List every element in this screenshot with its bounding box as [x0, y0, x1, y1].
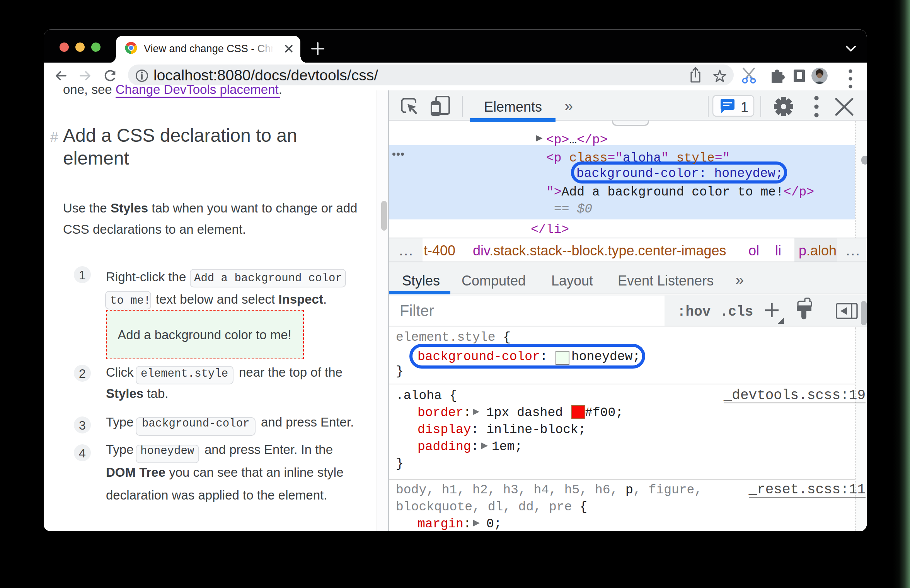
- svg-text:background-color: background-color: [142, 417, 249, 430]
- svg-text:== $0: == $0: [554, 202, 592, 216]
- svg-text:Event Listeners: Event Listeners: [618, 273, 714, 289]
- svg-text:t-400: t-400: [424, 243, 455, 258]
- svg-text:…: …: [845, 241, 861, 258]
- svg-text:.aloha {: .aloha {: [396, 389, 457, 403]
- svg-text:.cls: .cls: [720, 304, 753, 320]
- svg-text:1px dashed: 1px dashed: [486, 406, 563, 420]
- svg-text:#f00;: #f00;: [585, 406, 623, 420]
- svg-text:display: inline-block;: display: inline-block;: [418, 423, 586, 437]
- svg-text:p.aloh: p.aloh: [799, 243, 837, 258]
- svg-text:Elements: Elements: [484, 99, 542, 115]
- svg-text:}: }: [396, 364, 404, 379]
- svg-text:Layout: Layout: [551, 273, 593, 289]
- svg-text:Add a background color: Add a background color: [194, 272, 342, 285]
- svg-text:1: 1: [741, 99, 748, 115]
- svg-text:Click: Click: [106, 365, 134, 379]
- svg-text:one, see Change DevTools place: one, see Change DevTools placement.: [63, 82, 282, 97]
- svg-text:Filter: Filter: [400, 302, 434, 319]
- svg-text:}: }: [396, 534, 404, 548]
- svg-text:_devtools.scss:19: _devtools.scss:19: [723, 387, 866, 403]
- svg-text:honeydew: honeydew: [140, 445, 194, 457]
- svg-text:»: »: [735, 271, 744, 288]
- svg-text:1em;: 1em;: [492, 440, 522, 454]
- svg-text:<p>…</p>: <p>…</p>: [546, 133, 607, 147]
- svg-text:Add a background color to me!: Add a background color to me!: [118, 328, 291, 342]
- svg-text:}: }: [396, 457, 404, 471]
- svg-text:0;: 0;: [486, 517, 502, 531]
- svg-text:blockquote, dl, dd, pre {: blockquote, dl, dd, pre {: [396, 500, 587, 514]
- svg-text:Add a CSS declaration to an: Add a CSS declaration to an: [63, 125, 297, 146]
- svg-text:#: #: [50, 129, 58, 145]
- svg-text:3: 3: [79, 418, 86, 432]
- svg-text:»: »: [564, 97, 573, 114]
- svg-text:1: 1: [79, 268, 86, 282]
- svg-text:background-color: honeydew;: background-color: honeydew;: [576, 167, 783, 181]
- svg-text:near the top of the: near the top of the: [239, 365, 343, 379]
- svg-text:…: …: [398, 241, 414, 258]
- svg-text:_reset.scss:11: _reset.scss:11: [748, 482, 866, 498]
- svg-text:localhost:8080/docs/devtools/c: localhost:8080/docs/devtools/css/: [153, 67, 378, 83]
- svg-text:2: 2: [79, 367, 86, 381]
- svg-text:Styles: Styles: [402, 273, 440, 289]
- svg-text:Computed: Computed: [462, 273, 526, 289]
- svg-text:CSS declarations to an element: CSS declarations to an element.: [63, 222, 246, 236]
- svg-text:Type: Type: [106, 442, 134, 457]
- svg-text:background-color:: background-color:: [418, 350, 548, 364]
- svg-text:li: li: [775, 243, 781, 258]
- svg-text:">Add a background color to me: ">Add a background color to me!</p>: [546, 185, 814, 199]
- svg-text:honeydew;: honeydew;: [571, 350, 640, 364]
- svg-text:margin:: margin:: [418, 517, 471, 531]
- svg-text:Right-click the: Right-click the: [106, 270, 186, 284]
- svg-text:declaration was applied to the: declaration was applied to the element.: [106, 488, 327, 502]
- svg-text:element.style: element.style: [141, 367, 228, 380]
- svg-text::hov: :hov: [677, 304, 711, 320]
- svg-text:border:: border:: [418, 406, 471, 420]
- svg-text:Use the Styles tab when you wa: Use the Styles tab when you want to chan…: [63, 201, 357, 215]
- svg-text:<p class="aloha" style=": <p class="aloha" style=": [546, 151, 730, 165]
- svg-text:element: element: [63, 148, 129, 168]
- svg-text:</li>: </li>: [531, 223, 569, 237]
- svg-text:div.stack.stack--block.type.ce: div.stack.stack--block.type.center-image…: [473, 243, 726, 258]
- svg-text:and press Enter. In the: and press Enter. In the: [204, 442, 333, 457]
- svg-text:and press Enter.: and press Enter.: [261, 415, 354, 429]
- svg-text:to me!: to me!: [110, 294, 150, 307]
- svg-text:padding:: padding:: [418, 440, 479, 454]
- svg-text:ol: ol: [748, 243, 759, 258]
- svg-text:4: 4: [79, 446, 86, 460]
- svg-text:element.style {: element.style {: [396, 330, 511, 345]
- svg-text:Type: Type: [106, 415, 134, 429]
- svg-text:Styles tab.: Styles tab.: [106, 386, 168, 401]
- svg-text:DOM Tree you can see that an i: DOM Tree you can see that an inline styl…: [106, 465, 344, 479]
- svg-text:View and change CSS - Chrome -: View and change CSS - Chrome - Goog: [144, 43, 329, 54]
- svg-text:text below and select Inspect.: text below and select Inspect.: [156, 292, 327, 306]
- svg-text:body, h1, h2, h3, h4, h5, h6,: body, h1, h2, h3, h4, h5, h6, p, figure,: [396, 483, 702, 497]
